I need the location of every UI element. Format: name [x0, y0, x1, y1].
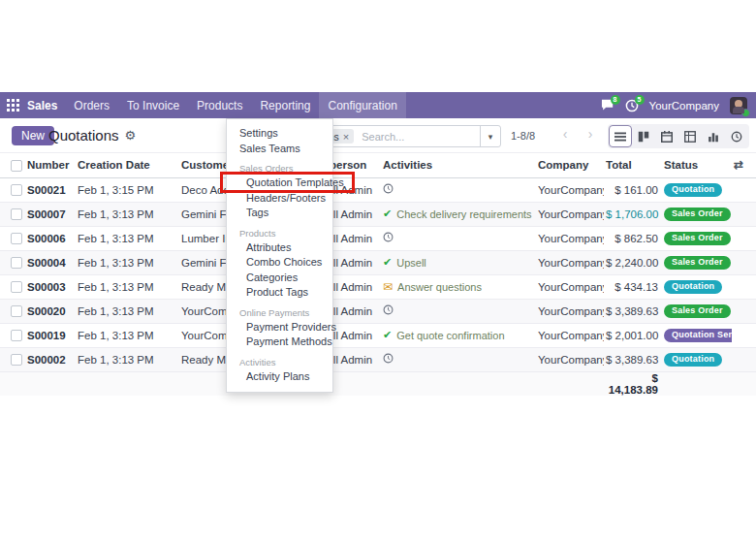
activity-state-icon[interactable]: ✔ ✉: [383, 232, 394, 244]
cell-company: YourCompany: [536, 202, 604, 226]
table-row[interactable]: S00006 Feb 1, 3:13 PM Lumber Inc Mitchel…: [0, 226, 756, 250]
app-name[interactable]: Sales: [25, 92, 65, 118]
menu-item-quotation-templates[interactable]: Quotation Templates: [227, 176, 332, 191]
nav-item-to-invoice[interactable]: To Invoice: [118, 92, 188, 118]
activity-summary: Get quote confirmation: [396, 330, 504, 341]
activity-view-button[interactable]: [725, 125, 748, 147]
menu-item-attributes[interactable]: Attributes: [227, 240, 332, 256]
row-checkbox[interactable]: [11, 281, 22, 293]
activity-state-icon[interactable]: ✔ ✉: [383, 280, 393, 294]
activity-state-icon[interactable]: ✔ ✉: [383, 256, 392, 269]
table-row[interactable]: S00002 Feb 1, 3:13 PM Ready Mat Mitchell…: [0, 347, 756, 371]
nav-item-reporting[interactable]: Reporting: [251, 92, 319, 118]
menu-item-payment-providers[interactable]: Payment Providers: [227, 320, 332, 335]
activities-badge: 5: [635, 95, 645, 105]
activity-state-icon[interactable]: ✔ ✉: [383, 183, 394, 196]
facet-close-icon[interactable]: ×: [343, 131, 349, 143]
menu-item-headers-footers[interactable]: Headers/Footers: [227, 191, 332, 207]
status-badge: Quotation: [664, 183, 722, 197]
messages-icon[interactable]: 8: [601, 99, 614, 112]
header-activities[interactable]: Activities: [381, 153, 536, 177]
kanban-icon: [638, 131, 649, 143]
menu-item-product-tags[interactable]: Product Tags: [227, 285, 332, 301]
menu-item-categories[interactable]: Categories: [227, 271, 332, 286]
row-checkbox[interactable]: [11, 305, 22, 317]
select-all-checkbox[interactable]: [11, 160, 22, 172]
company-switcher[interactable]: YourCompany: [649, 100, 719, 112]
table-row[interactable]: S00019 Feb 1, 3:13 PM YourCompany Mitche…: [0, 323, 756, 347]
row-checkbox[interactable]: [11, 330, 22, 341]
user-avatar[interactable]: [730, 97, 747, 114]
cell-total: $ 3,389.63: [604, 347, 662, 371]
quotations-table: Number Creation Date Customer Salesperso…: [0, 153, 756, 396]
menu-item-tags[interactable]: Tags: [227, 206, 332, 221]
clock-activity-icon: [383, 183, 394, 194]
cell-company: YourCompany: [536, 323, 604, 347]
row-checkbox[interactable]: [11, 257, 22, 269]
optional-columns-icon[interactable]: ⇄: [734, 158, 743, 172]
header-company[interactable]: Company: [536, 153, 604, 177]
cell-number: S00003: [25, 274, 76, 299]
menu-item-settings[interactable]: Settings: [227, 126, 332, 142]
row-checkbox[interactable]: [11, 184, 22, 196]
cell-number: S00007: [25, 202, 76, 226]
pivot-view-button[interactable]: [678, 125, 702, 147]
search-dropdown-toggle[interactable]: ▾: [480, 126, 500, 146]
row-checkbox[interactable]: [11, 233, 22, 244]
activity-state-icon[interactable]: ✔ ✉: [383, 329, 392, 341]
nav-item-products[interactable]: Products: [188, 92, 251, 118]
nav-item-orders[interactable]: Orders: [65, 92, 118, 118]
menu-item-payment-methods[interactable]: Payment Methods: [227, 335, 332, 350]
cell-total: $ 2,001.00: [604, 323, 662, 347]
cell-total: $ 434.13: [604, 274, 662, 299]
table-row[interactable]: S00021 Feb 1, 3:15 PM Deco Addict Mitche…: [0, 177, 756, 202]
nav-right: 8 5 YourCompany: [601, 92, 756, 118]
table-row[interactable]: S00020 Feb 1, 3:13 PM YourCompany Mitche…: [0, 299, 756, 323]
check-activity-icon: ✔: [383, 208, 392, 219]
cell-total: $ 3,389.63: [604, 299, 662, 323]
nav-item-configuration[interactable]: Configuration: [319, 92, 405, 118]
activity-clock-icon: [731, 131, 742, 143]
view-switcher: [608, 124, 749, 148]
top-navbar: Sales Orders To Invoice Products Reporti…: [0, 92, 756, 118]
kanban-view-button[interactable]: [632, 125, 655, 147]
activity-summary: Upsell: [396, 257, 426, 269]
table-header-row: Number Creation Date Customer Salesperso…: [0, 153, 756, 177]
cell-creation-date: Feb 1, 3:13 PM: [76, 250, 179, 274]
page-title: Quotations: [48, 127, 119, 144]
cell-creation-date: Feb 1, 3:13 PM: [76, 347, 179, 371]
apps-grid-icon[interactable]: [0, 92, 25, 118]
header-total[interactable]: Total: [604, 153, 662, 177]
header-creation-date[interactable]: Creation Date: [76, 153, 179, 177]
activities-icon[interactable]: 5: [625, 99, 639, 112]
row-checkbox[interactable]: [11, 208, 22, 220]
cell-creation-date: Feb 1, 3:13 PM: [76, 202, 179, 226]
activity-state-icon[interactable]: ✔ ✉: [383, 353, 394, 366]
menu-item-activity-plans[interactable]: Activity Plans: [227, 369, 332, 385]
row-checkbox[interactable]: [11, 354, 22, 366]
graph-view-button[interactable]: [702, 125, 725, 147]
search-input[interactable]: Search...: [362, 131, 404, 143]
list-icon: [614, 131, 626, 143]
pivot-icon: [684, 131, 696, 143]
menu-section-activities: Activities: [227, 355, 332, 369]
view-settings-gear-icon[interactable]: ⚙: [125, 128, 137, 143]
menu-item-sales-teams[interactable]: Sales Teams: [227, 142, 332, 157]
list-view-button[interactable]: [609, 125, 632, 147]
pager-next-button[interactable]: ›: [580, 126, 601, 142]
pager-prev-button[interactable]: ‹: [554, 126, 576, 142]
cell-company: YourCompany: [536, 177, 604, 202]
table-row[interactable]: S00003 Feb 1, 3:13 PM Ready Mat Mitchell…: [0, 274, 756, 299]
clock-activity-icon: [383, 304, 394, 315]
calendar-icon: [661, 131, 673, 143]
online-status-dot: [741, 109, 750, 117]
table-row[interactable]: S00007 Feb 1, 3:13 PM Gemini Furniture M…: [0, 202, 756, 226]
menu-item-combo-choices[interactable]: Combo Choices: [227, 255, 332, 271]
activity-state-icon[interactable]: ✔ ✉: [383, 208, 392, 220]
header-number[interactable]: Number: [25, 153, 76, 177]
calendar-view-button[interactable]: [655, 125, 678, 147]
header-status[interactable]: Status: [662, 153, 732, 177]
table-row[interactable]: S00004 Feb 1, 3:13 PM Gemini Furniture M…: [0, 250, 756, 274]
activity-state-icon[interactable]: ✔ ✉: [383, 304, 394, 317]
menu-section-sales-orders: Sales Orders: [227, 161, 332, 176]
